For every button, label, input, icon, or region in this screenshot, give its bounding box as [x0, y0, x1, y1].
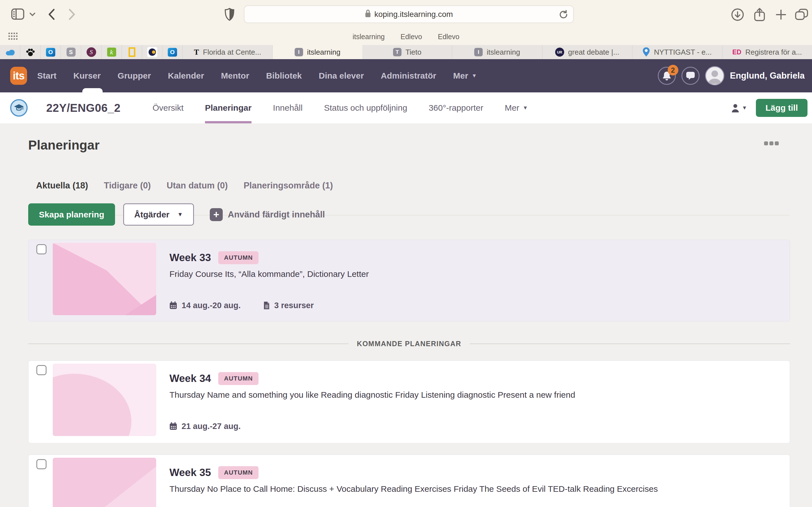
tieto-t-icon: T — [393, 48, 402, 56]
plan-title[interactable]: Week 35 — [169, 467, 211, 478]
k-green-tile-icon: k — [107, 48, 116, 57]
planner-content: Planeringar Aktuella (18) Tidigare (0) U… — [0, 123, 812, 507]
plan-checkbox[interactable] — [36, 244, 47, 255]
s-gray-tile-icon: S — [66, 48, 75, 57]
nav-kalender[interactable]: Kalender — [168, 71, 204, 80]
nav-grupper[interactable]: Grupper — [117, 71, 151, 80]
tab-label: Tieto — [405, 48, 421, 57]
tab-label: itslearning — [307, 48, 341, 57]
nav-bibliotek[interactable]: Bibliotek — [266, 71, 302, 80]
participants-button[interactable]: ▼ — [731, 93, 747, 123]
paw-print-icon — [26, 47, 35, 57]
course-tab-mer[interactable]: Mer▼ — [505, 93, 528, 123]
plan-thumbnail[interactable] — [53, 363, 156, 436]
user-name[interactable]: Englund, Gabriela — [730, 71, 805, 81]
pinned-tab-k-green[interactable]: k — [101, 45, 122, 59]
nav-administrator[interactable]: Administratör — [381, 71, 437, 80]
course-tab-innehall[interactable]: Innehåll — [273, 93, 303, 123]
itslearning-i-icon: I — [295, 48, 303, 56]
plan-card-week-34[interactable]: Week 34 AUTUMN Thursday Name and somethi… — [28, 360, 790, 443]
browser-toolbar: koping.itslearning.com — [0, 0, 812, 28]
messages-button[interactable] — [681, 67, 700, 85]
pinned-tab-s-gray[interactable]: S — [61, 45, 81, 59]
safari-window: koping.itslearning.com itslearning Edlev… — [0, 0, 812, 507]
pinned-tab-moon[interactable] — [142, 45, 162, 59]
tab-tieto[interactable]: T Tieto — [362, 45, 452, 59]
season-badge: AUTUMN — [218, 466, 259, 479]
graduation-cap-icon[interactable] — [10, 99, 28, 117]
tab-label: Registrera för a... — [745, 48, 802, 57]
pinned-tab-salesforce[interactable] — [0, 45, 20, 59]
reload-icon[interactable] — [559, 10, 569, 22]
nav-dina-elever[interactable]: Dina elever — [319, 71, 364, 80]
bookmark-edlevo-2[interactable]: Edlevo — [438, 33, 459, 41]
tab-strip: O S S k O T Florida at Cente... I itslea… — [0, 45, 812, 59]
forward-button[interactable] — [68, 8, 76, 20]
course-tab-oversikt[interactable]: Översikt — [153, 93, 184, 123]
nav-start[interactable]: Start — [37, 71, 56, 80]
new-tab-button[interactable] — [775, 9, 786, 20]
tab-overview-button[interactable] — [795, 8, 809, 20]
bookmark-edlevo-1[interactable]: Edlevo — [401, 33, 422, 41]
user-avatar[interactable] — [705, 66, 724, 86]
course-tab-planeringar[interactable]: Planeringar — [205, 93, 252, 123]
person-silhouette-icon — [707, 68, 723, 84]
chevron-down-icon: ▼ — [742, 105, 747, 111]
share-icon[interactable] — [753, 7, 766, 22]
bookmarks-bar: itslearning Edlevo Edlevo — [0, 28, 812, 45]
use-ready-content-link[interactable]: + Använd färdigt innehåll — [210, 203, 325, 226]
back-button[interactable] — [47, 8, 55, 20]
create-plan-button[interactable]: Skapa planering — [28, 203, 115, 226]
plan-checkbox[interactable] — [36, 459, 47, 469]
tab-nyttigast[interactable]: NYTTIGAST - e... — [632, 45, 722, 59]
plan-card-week-35[interactable]: Week 35 AUTUMN Thursday No Place to Call… — [28, 455, 790, 507]
url-text: koping.itslearning.com — [374, 10, 453, 19]
plan-title[interactable]: Week 33 — [169, 252, 211, 264]
pinned-tab-paw[interactable] — [20, 45, 41, 59]
plan-title[interactable]: Week 34 — [169, 373, 211, 385]
tab-label: NYTTIGAST - e... — [654, 48, 712, 57]
nav-kurser[interactable]: Kurser — [73, 71, 101, 80]
pinned-tab-s-purple[interactable]: S — [81, 45, 101, 59]
bookmark-itslearning[interactable]: itslearning — [353, 33, 385, 41]
sidebar-chevron-down-icon[interactable] — [29, 12, 36, 17]
address-bar[interactable]: koping.itslearning.com — [244, 5, 574, 23]
plan-card-week-33[interactable]: Week 33 AUTUMN Friday Course Its, “Alla … — [28, 240, 790, 321]
tab-great-debate[interactable]: UR great debate |... — [543, 45, 632, 59]
chevron-down-icon: ▼ — [177, 211, 183, 218]
notifications-button[interactable]: 2 — [658, 67, 676, 85]
nav-mer[interactable]: Mer▼ — [453, 71, 477, 80]
pinned-tab-outlook-1[interactable]: O — [41, 45, 61, 59]
ur-circle-icon: UR — [555, 48, 564, 57]
tab-itslearning-active[interactable]: I itslearning — [273, 45, 362, 59]
itslearning-i-icon: I — [474, 48, 483, 56]
pinned-tab-yellow-frame[interactable] — [122, 45, 142, 59]
tab-florida[interactable]: T Florida at Cente... — [183, 45, 273, 59]
course-code[interactable]: 22Y/ENG06_2 — [46, 93, 120, 123]
pinned-tab-outlook-2[interactable]: O — [162, 45, 183, 59]
course-tab-status[interactable]: Status och uppföljning — [324, 93, 407, 123]
itslearning-logo[interactable]: its — [10, 67, 27, 85]
more-options-icon[interactable] — [764, 142, 779, 145]
plan-thumbnail[interactable] — [53, 243, 156, 315]
plan-thumbnail[interactable] — [53, 458, 156, 507]
course-tab-360-rapporter[interactable]: 360°-rapporter — [428, 93, 483, 123]
outlook-icon: O — [46, 48, 55, 57]
plan-resources-count[interactable]: 3 resurser — [274, 301, 314, 310]
plan-checkbox[interactable] — [36, 365, 47, 375]
use-content-label: Använd färdigt innehåll — [228, 210, 325, 220]
nav-mentor[interactable]: Mentor — [221, 71, 249, 80]
edlevo-ed-icon: ED — [732, 48, 742, 56]
yellow-frame-icon — [129, 47, 135, 57]
bookmarks-grid-icon[interactable] — [8, 33, 18, 42]
privacy-shield-icon[interactable] — [225, 8, 234, 21]
sidebar-icon[interactable] — [11, 8, 24, 20]
actions-dropdown[interactable]: Åtgärder ▼ — [123, 203, 194, 226]
tab-registrera[interactable]: ED Registrera för a... — [722, 45, 812, 59]
downloads-button[interactable] — [731, 8, 744, 21]
tab-itslearning-2[interactable]: I itslearning — [452, 45, 542, 59]
add-button[interactable]: Lägg till — [756, 99, 808, 117]
header-right-cluster: 2 Englund, Gabriela — [658, 59, 805, 93]
lock-icon — [365, 9, 371, 20]
itslearning-header: its Start Kurser Grupper Kalender Mentor… — [0, 59, 812, 93]
